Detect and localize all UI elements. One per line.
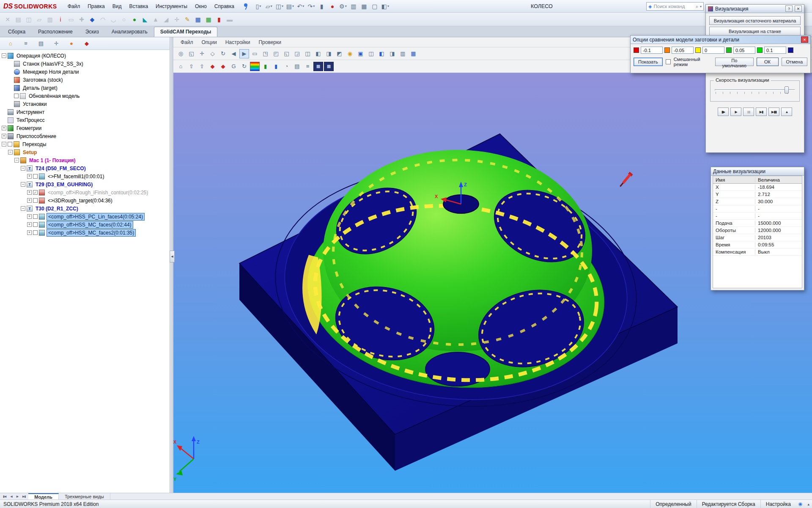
refresh-icon[interactable]: ↻: [239, 62, 249, 71]
panel-splitter[interactable]: [170, 37, 173, 493]
sketch-tool-icon[interactable]: ◆: [87, 14, 97, 25]
tree-expand-icon[interactable]: −: [2, 53, 6, 58]
tree-item[interactable]: Инструмент: [0, 108, 170, 116]
pan-icon[interactable]: ✛: [197, 49, 207, 58]
ribbon-tab[interactable]: Анализировать: [105, 27, 154, 37]
view-iso-icon[interactable]: ◩: [335, 49, 344, 58]
tree-checkbox[interactable]: [8, 142, 12, 146]
rotate-view-icon[interactable]: ↻: [218, 49, 228, 58]
tree-item-label[interactable]: Установки: [22, 101, 48, 108]
view-side-icon[interactable]: ◨: [324, 49, 334, 58]
tolerance-value-input[interactable]: 0.05: [733, 47, 755, 54]
panel-e-icon[interactable]: ▥: [398, 49, 408, 58]
tree-item-label[interactable]: T30 (D2_R1_ZCC): [34, 205, 80, 212]
window-icon[interactable]: ◧▾: [380, 1, 390, 11]
play-slow-icon[interactable]: ▮▶: [718, 108, 729, 116]
tree-expand-icon[interactable]: −: [8, 150, 13, 155]
visualization-panel-titlebar[interactable]: Визуализация ? ✕: [706, 5, 804, 13]
table-green-icon[interactable]: ▦: [203, 14, 214, 25]
bar-icon[interactable]: ▬: [225, 14, 235, 25]
tree-expand-icon[interactable]: +: [27, 174, 32, 179]
rebuild-icon[interactable]: ●: [327, 1, 337, 11]
print-icon[interactable]: ▤▾: [285, 1, 295, 11]
panel-a-icon[interactable]: ▣: [356, 49, 365, 58]
previous-view-icon[interactable]: ◀: [229, 49, 239, 58]
cancel-button[interactable]: Отмена: [782, 58, 807, 66]
tree-item-label[interactable]: <comp_off>HSS_PC_Lin_faces4(0:05:24): [47, 213, 145, 221]
tree-expand-icon[interactable]: +: [27, 222, 32, 227]
default-button[interactable]: По умолчанию: [715, 58, 754, 66]
ribbon-tab[interactable]: Эскиз: [79, 27, 105, 37]
lamp-icon[interactable]: ◉: [345, 49, 355, 58]
tree-item[interactable]: −TT24 (D50_FM_SECO): [0, 164, 170, 172]
ribbon-tab[interactable]: Сборка: [2, 27, 32, 37]
tree-checkbox[interactable]: [33, 214, 38, 219]
play-to-end-icon[interactable]: ▶▮: [756, 108, 767, 116]
tree-expand-icon[interactable]: −: [21, 206, 25, 211]
help-icon[interactable]: ?: [785, 6, 793, 12]
sheet-nav-icon[interactable]: ◀: [8, 494, 14, 499]
tree-item[interactable]: Установки: [0, 100, 170, 108]
close-icon[interactable]: ✕: [801, 36, 808, 43]
pin-icon[interactable]: [242, 3, 249, 10]
view-front-icon[interactable]: ◧: [313, 49, 323, 58]
wedge-tool-icon[interactable]: ◣: [140, 14, 150, 25]
design-tree-tab-icon[interactable]: ⌂: [6, 39, 15, 48]
section-view-1-icon[interactable]: ◳: [261, 49, 270, 58]
zoom-fit-icon[interactable]: ◇: [208, 49, 217, 58]
tree-item-label[interactable]: Приспособление: [15, 133, 58, 140]
save-icon[interactable]: ◫▾: [274, 1, 285, 11]
tree-item-label[interactable]: <comp_off>iRough_iFinish_contour(0:02:25…: [47, 189, 149, 196]
pattern-b-icon[interactable]: ▩: [324, 62, 334, 71]
tree-checkbox[interactable]: [14, 94, 19, 98]
play-icon[interactable]: ▶: [730, 108, 741, 116]
tolerance-value-input[interactable]: -0.05: [672, 47, 694, 54]
tree-item-label[interactable]: Обновлённая модель: [27, 93, 81, 99]
undo-icon[interactable]: ↶▾: [296, 1, 306, 11]
bottom-tab[interactable]: Трехмерные виды: [59, 493, 110, 500]
tree-item-label[interactable]: Станок (HaasVF2_SS_3x): [22, 61, 85, 67]
visualization-mode-button[interactable]: Визуализация остаточного материала: [709, 16, 801, 25]
target-red-icon[interactable]: ◆: [218, 62, 228, 71]
triangle-tool-icon[interactable]: ▲: [151, 14, 161, 25]
appearance-tab-icon[interactable]: ●: [67, 39, 76, 48]
connection-icon[interactable]: ◉: [796, 501, 805, 507]
tree-checkbox[interactable]: ✓: [33, 190, 38, 195]
tree-item[interactable]: −Переходы: [0, 140, 170, 148]
file-properties-icon[interactable]: ▥: [348, 1, 359, 11]
menubar-item[interactable]: Инструменты: [152, 2, 191, 11]
panel-c-icon[interactable]: ◧: [377, 49, 387, 58]
tree-item[interactable]: −Операция (КОЛЕСО): [0, 52, 170, 60]
mixed-mode-checkbox[interactable]: [666, 59, 671, 64]
bottom-tab[interactable]: Модель: [28, 493, 59, 500]
tree-item[interactable]: +Геометрии: [0, 124, 170, 132]
select-icon[interactable]: ▮: [317, 1, 327, 11]
export-up-icon[interactable]: ⇧: [187, 62, 196, 71]
menubar-item[interactable]: Правка: [84, 2, 109, 11]
tree-item-label[interactable]: T29 (D3_EM_GUHRING): [34, 181, 94, 188]
tree-expand-icon[interactable]: −: [21, 182, 25, 187]
compare-dialog-titlebar[interactable]: Опции сравнения модели заготовки и детал…: [631, 36, 810, 44]
menubar-item[interactable]: Вид: [109, 2, 126, 11]
arc-tool-icon[interactable]: ◠: [98, 14, 108, 25]
tree-item-label[interactable]: <comp_off>HSS_MC_faces(0:02:44): [47, 221, 133, 229]
solidcam-operation-tree[interactable]: −Операция (КОЛЕСО)Станок (HaasVF2_SS_3x)…: [0, 50, 170, 493]
circle-tool-icon[interactable]: ○: [119, 14, 129, 25]
panel-b-icon[interactable]: ◫: [366, 49, 376, 58]
tree-item-label[interactable]: <>i3DRough_target(0:04:36): [47, 197, 114, 204]
menubar-item[interactable]: Окно: [191, 2, 211, 11]
tree-item[interactable]: −TT30 (D2_R1_ZCC): [0, 204, 170, 213]
collapse-panel-icon[interactable]: ◀: [170, 251, 175, 262]
zoom-in-out-icon[interactable]: ◎: [176, 49, 186, 58]
tree-item[interactable]: +<comp_off>HSS_MC_faces2(0:01:35): [0, 229, 170, 237]
speed-slider[interactable]: [714, 86, 796, 95]
home-view-icon[interactable]: ⌂: [176, 62, 186, 71]
sheet-nav-icon[interactable]: ▶: [15, 494, 20, 499]
report-icon[interactable]: ▤: [292, 62, 302, 71]
pencil-tool-icon[interactable]: ✎: [182, 14, 192, 25]
options-icon[interactable]: ⚙▾: [338, 1, 348, 11]
viewport-menu-item[interactable]: Настройки: [222, 39, 254, 46]
tree-item[interactable]: +<comp_off>HSS_MC_faces(0:02:44): [0, 221, 170, 229]
tree-item-label[interactable]: Менеджер Ноля детали: [22, 69, 80, 75]
ok-button[interactable]: ОК: [757, 58, 779, 66]
